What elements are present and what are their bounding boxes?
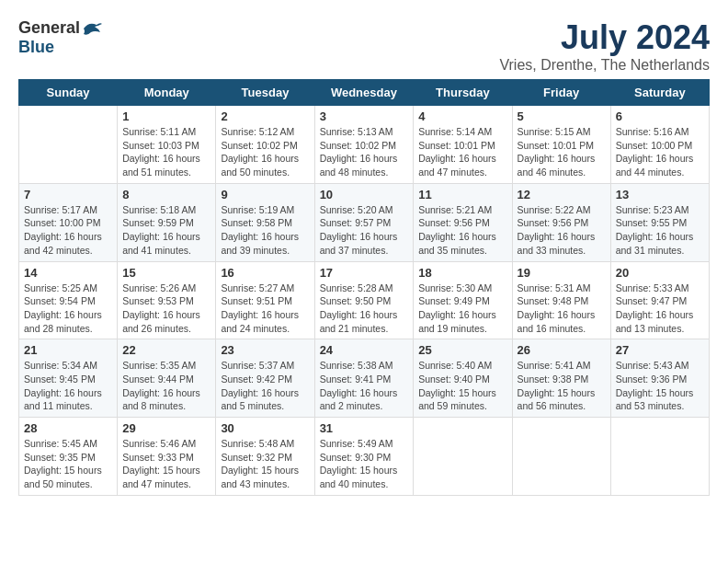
sunset: Sunset: 9:47 PM	[616, 295, 688, 306]
daylight: Daylight: 15 hours and 59 minutes.	[418, 387, 496, 412]
day-info: Sunrise: 5:46 AM Sunset: 9:33 PM Dayligh…	[122, 437, 210, 491]
sunset: Sunset: 9:38 PM	[518, 373, 589, 385]
sunrise: Sunrise: 5:49 AM	[320, 438, 393, 449]
day-info: Sunrise: 5:26 AM Sunset: 9:53 PM Dayligh…	[122, 282, 210, 336]
sunrise: Sunrise: 5:15 AM	[518, 126, 591, 137]
sunset: Sunset: 9:55 PM	[616, 217, 688, 228]
day-number: 14	[24, 266, 112, 280]
daylight: Daylight: 15 hours and 53 minutes.	[616, 387, 694, 412]
daylight: Daylight: 15 hours and 56 minutes.	[518, 387, 596, 412]
day-header-monday: Monday	[118, 80, 216, 106]
sunrise: Sunrise: 5:26 AM	[122, 282, 196, 293]
sunset: Sunset: 9:54 PM	[24, 295, 96, 306]
daylight: Daylight: 16 hours and 26 minutes.	[122, 309, 200, 334]
daylight: Daylight: 16 hours and 2 minutes.	[320, 387, 398, 412]
day-header-thursday: Thursday	[414, 80, 512, 106]
daylight: Daylight: 16 hours and 46 minutes.	[518, 153, 596, 178]
header-section: General Blue July 2024 Vries, Drenthe, T…	[18, 18, 710, 74]
sunset: Sunset: 10:03 PM	[122, 140, 199, 151]
day-info: Sunrise: 5:40 AM Sunset: 9:40 PM Dayligh…	[418, 359, 506, 413]
calendar-table: SundayMondayTuesdayWednesdayThursdayFrid…	[18, 79, 710, 496]
logo-blue-text: Blue	[18, 38, 54, 57]
sunset: Sunset: 9:30 PM	[320, 452, 392, 463]
day-number: 15	[122, 266, 210, 280]
calendar-cell: 15 Sunrise: 5:26 AM Sunset: 9:53 PM Dayl…	[118, 261, 216, 339]
day-number: 21	[24, 343, 112, 357]
logo-bird-icon	[82, 19, 104, 38]
daylight: Daylight: 16 hours and 11 minutes.	[24, 387, 102, 412]
day-info: Sunrise: 5:45 AM Sunset: 9:35 PM Dayligh…	[24, 437, 112, 491]
day-info: Sunrise: 5:48 AM Sunset: 9:32 PM Dayligh…	[221, 437, 309, 491]
sunrise: Sunrise: 5:17 AM	[24, 204, 97, 215]
day-info: Sunrise: 5:25 AM Sunset: 9:54 PM Dayligh…	[24, 282, 112, 336]
calendar-cell: 8 Sunrise: 5:18 AM Sunset: 9:59 PM Dayli…	[118, 183, 216, 261]
sunset: Sunset: 10:00 PM	[616, 140, 692, 151]
day-header-sunday: Sunday	[19, 80, 118, 106]
location: Vries, Drenthe, The Netherlands	[499, 57, 710, 74]
daylight: Daylight: 15 hours and 47 minutes.	[122, 465, 200, 489]
sunrise: Sunrise: 5:45 AM	[24, 438, 97, 449]
sunrise: Sunrise: 5:37 AM	[221, 360, 294, 371]
sunrise: Sunrise: 5:20 AM	[320, 204, 393, 215]
day-number: 17	[320, 266, 409, 280]
calendar-cell: 27 Sunrise: 5:43 AM Sunset: 9:36 PM Dayl…	[610, 339, 709, 418]
day-info: Sunrise: 5:23 AM Sunset: 9:55 PM Dayligh…	[616, 203, 704, 258]
daylight: Daylight: 16 hours and 21 minutes.	[320, 309, 398, 334]
day-info: Sunrise: 5:20 AM Sunset: 9:57 PM Dayligh…	[320, 203, 409, 258]
day-info: Sunrise: 5:30 AM Sunset: 9:49 PM Dayligh…	[418, 282, 506, 336]
day-number: 9	[221, 188, 309, 201]
calendar-cell: 29 Sunrise: 5:46 AM Sunset: 9:33 PM Dayl…	[118, 418, 216, 496]
sunset: Sunset: 9:48 PM	[518, 295, 589, 306]
sunset: Sunset: 9:33 PM	[122, 452, 194, 463]
daylight: Daylight: 16 hours and 33 minutes.	[518, 231, 596, 256]
sunset: Sunset: 9:45 PM	[24, 373, 96, 385]
calendar-cell: 10 Sunrise: 5:20 AM Sunset: 9:57 PM Dayl…	[314, 183, 414, 261]
daylight: Daylight: 16 hours and 37 minutes.	[320, 231, 398, 256]
calendar-cell: 24 Sunrise: 5:38 AM Sunset: 9:41 PM Dayl…	[314, 339, 414, 418]
sunset: Sunset: 9:59 PM	[122, 217, 194, 228]
calendar-cell: 30 Sunrise: 5:48 AM Sunset: 9:32 PM Dayl…	[216, 418, 314, 496]
sunset: Sunset: 10:00 PM	[24, 217, 100, 228]
day-number: 30	[221, 421, 309, 435]
day-info: Sunrise: 5:18 AM Sunset: 9:59 PM Dayligh…	[122, 203, 210, 258]
calendar-cell: 16 Sunrise: 5:27 AM Sunset: 9:51 PM Dayl…	[216, 261, 314, 339]
daylight: Daylight: 16 hours and 35 minutes.	[418, 231, 496, 256]
day-info: Sunrise: 5:21 AM Sunset: 9:56 PM Dayligh…	[418, 203, 506, 258]
calendar-cell	[19, 106, 118, 184]
day-info: Sunrise: 5:22 AM Sunset: 9:56 PM Dayligh…	[518, 203, 606, 258]
sunset: Sunset: 9:41 PM	[320, 373, 392, 385]
day-number: 8	[122, 188, 210, 201]
sunrise: Sunrise: 5:19 AM	[221, 204, 294, 215]
sunset: Sunset: 9:57 PM	[320, 217, 392, 228]
day-number: 10	[320, 188, 409, 201]
calendar-cell: 14 Sunrise: 5:25 AM Sunset: 9:54 PM Dayl…	[19, 261, 118, 339]
day-number: 18	[418, 266, 506, 280]
sunset: Sunset: 9:32 PM	[221, 452, 292, 463]
day-number: 31	[320, 421, 409, 435]
day-info: Sunrise: 5:38 AM Sunset: 9:41 PM Dayligh…	[320, 359, 409, 413]
day-number: 24	[320, 343, 409, 357]
calendar-cell: 3 Sunrise: 5:13 AM Sunset: 10:02 PM Dayl…	[314, 106, 414, 184]
calendar-week-row: 28 Sunrise: 5:45 AM Sunset: 9:35 PM Dayl…	[19, 418, 710, 496]
day-number: 11	[418, 188, 506, 201]
calendar-cell	[414, 418, 512, 496]
sunset: Sunset: 10:02 PM	[320, 140, 396, 151]
daylight: Daylight: 16 hours and 28 minutes.	[24, 309, 102, 334]
logo: General Blue	[18, 18, 104, 57]
day-header-tuesday: Tuesday	[216, 80, 314, 106]
sunrise: Sunrise: 5:43 AM	[616, 360, 689, 371]
calendar-cell: 17 Sunrise: 5:28 AM Sunset: 9:50 PM Dayl…	[314, 261, 414, 339]
sunset: Sunset: 9:49 PM	[418, 295, 490, 306]
sunset: Sunset: 9:58 PM	[221, 217, 292, 228]
day-number: 27	[616, 343, 704, 357]
calendar-cell: 28 Sunrise: 5:45 AM Sunset: 9:35 PM Dayl…	[19, 418, 118, 496]
day-info: Sunrise: 5:19 AM Sunset: 9:58 PM Dayligh…	[221, 203, 309, 258]
daylight: Daylight: 16 hours and 16 minutes.	[518, 309, 596, 334]
title-section: July 2024 Vries, Drenthe, The Netherland…	[499, 18, 710, 74]
calendar-cell: 7 Sunrise: 5:17 AM Sunset: 10:00 PM Dayl…	[19, 183, 118, 261]
day-info: Sunrise: 5:43 AM Sunset: 9:36 PM Dayligh…	[616, 359, 704, 413]
daylight: Daylight: 16 hours and 39 minutes.	[221, 231, 299, 256]
sunrise: Sunrise: 5:25 AM	[24, 282, 97, 293]
calendar-week-row: 7 Sunrise: 5:17 AM Sunset: 10:00 PM Dayl…	[19, 183, 710, 261]
daylight: Daylight: 16 hours and 31 minutes.	[616, 231, 694, 256]
